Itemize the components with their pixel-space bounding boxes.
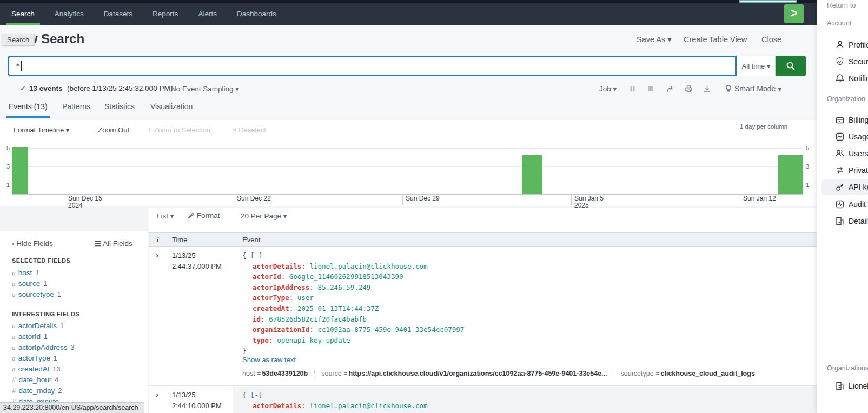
list-view-dropdown[interactable]: List ▾ xyxy=(157,211,174,220)
per-page-dropdown[interactable]: 20 Per Page ▾ xyxy=(241,211,287,220)
json-key[interactable]: actorType xyxy=(253,294,297,302)
hide-fields-button[interactable]: ‹ Hide Fields xyxy=(12,239,53,248)
field-source[interactable]: asource1 xyxy=(12,279,47,289)
export-icon[interactable] xyxy=(703,85,711,93)
json-key[interactable]: id xyxy=(253,315,269,323)
event-meta-row: host53de4339120b sourcehttps://api.click… xyxy=(242,370,755,377)
menu-item-organization-lionel[interactable]: Lionel xyxy=(817,381,868,392)
field-sourcetype[interactable]: asourcetype1 xyxy=(12,290,61,300)
menu-item-users[interactable]: Users xyxy=(817,148,868,160)
y-tick-left: 5 xyxy=(1,145,10,151)
gridline-1 xyxy=(12,185,803,185)
tab-visualization[interactable]: Visualization xyxy=(150,102,193,118)
wallet-icon xyxy=(835,115,845,125)
format-timeline-dropdown[interactable]: Format Timeline ▾ xyxy=(14,126,69,134)
timeline-scale-note: 1 day per column xyxy=(740,123,787,130)
tab-events[interactable]: Events (13) xyxy=(9,102,48,118)
smart-mode-dropdown[interactable]: Smart Mode ▾ xyxy=(734,84,781,93)
create-table-view-button[interactable]: Create Table View xyxy=(684,35,747,44)
field-date_mday[interactable]: #date_mday2 xyxy=(12,387,62,396)
all-fields-button[interactable]: All Fields xyxy=(95,239,132,248)
nav-item-datasets[interactable]: Datasets xyxy=(98,3,138,25)
menu-item-profile[interactable]: Profile xyxy=(817,39,868,51)
menu-item-notifications[interactable]: Notifications xyxy=(817,73,868,85)
field-actorType[interactable]: aactorType1 xyxy=(12,354,57,364)
x-tick-label: Sun Dec 152024 xyxy=(68,195,102,209)
close-button[interactable]: Close xyxy=(761,35,781,44)
chevron-down-icon: ▾ xyxy=(66,126,70,134)
field-actorIpAddress[interactable]: aactorIpAddress3 xyxy=(12,343,75,353)
histogram-bar[interactable] xyxy=(778,155,803,194)
json-key[interactable]: organizationId xyxy=(253,325,317,334)
field-actorDetails[interactable]: aactorDetails1 xyxy=(12,322,64,331)
return-to-link[interactable]: Return to xyxy=(827,1,868,9)
stop-icon[interactable] xyxy=(647,85,654,92)
time-range-picker[interactable]: All time ▾ xyxy=(737,56,776,76)
share-icon[interactable] xyxy=(666,85,674,93)
event-json: { [-] actorDetailslionel.palacin@clickho… xyxy=(242,390,428,411)
column-header-event: Event xyxy=(242,236,260,244)
organizations-section-header: Organizations xyxy=(827,364,868,372)
save-as-button[interactable]: Save As ▾ xyxy=(637,35,672,44)
json-value[interactable]: 2025-01-13T14:44:37Z xyxy=(297,304,379,312)
json-key[interactable]: actorDetails xyxy=(253,402,309,410)
json-key[interactable]: createdAt xyxy=(253,304,297,312)
tab-patterns[interactable]: Patterns xyxy=(62,102,90,118)
pause-icon[interactable] xyxy=(629,85,636,92)
json-value[interactable]: cc1092aa-8775-459e-9401-33e54ec07997 xyxy=(317,325,464,334)
print-icon[interactable] xyxy=(685,85,693,93)
nav-item-search[interactable]: Search xyxy=(6,3,40,25)
event-sampling-dropdown[interactable]: No Event Sampling ▾ xyxy=(171,84,239,93)
nav-item-dashboards[interactable]: Dashboards xyxy=(231,3,282,25)
tab-statistics[interactable]: Statistics xyxy=(104,102,135,118)
field-date_hour[interactable]: #date_hour4 xyxy=(12,376,58,385)
expand-event-arrow[interactable]: › xyxy=(156,390,158,399)
nav-item-analytics[interactable]: Analytics xyxy=(49,3,89,25)
json-key[interactable]: actorId xyxy=(253,272,289,281)
meta-host[interactable]: host53de4339120b xyxy=(242,370,308,377)
field-actorId[interactable]: aactorId1 xyxy=(12,332,48,342)
json-key[interactable]: actorIpAddress xyxy=(253,283,317,291)
y-tick-right: 3 xyxy=(806,163,814,170)
menu-item-security[interactable]: Security xyxy=(817,56,868,68)
menu-item-api-keys[interactable]: API keys xyxy=(817,182,868,194)
json-value[interactable]: 85.246.59.249 xyxy=(317,283,370,291)
expand-event-arrow[interactable]: › xyxy=(156,250,158,259)
json-value[interactable]: lionel.palacin@clickhouse.com xyxy=(309,402,427,410)
search-input[interactable]: * xyxy=(8,56,737,76)
active-tab-underline xyxy=(6,116,50,118)
histogram-bar[interactable] xyxy=(522,155,542,194)
nav-item-alerts[interactable]: Alerts xyxy=(193,3,222,25)
menu-item-audit[interactable]: Audit xyxy=(817,199,868,211)
x-tick-label: Sun Dec 22 xyxy=(237,195,271,202)
histogram-bar[interactable] xyxy=(12,147,28,194)
search-button[interactable] xyxy=(776,56,806,76)
field-createdAt[interactable]: acreatedAt13 xyxy=(12,365,60,375)
json-value[interactable]: 678526d582c1f20fac4babfb xyxy=(269,315,367,323)
json-value[interactable]: Google_114602629918513043390 xyxy=(289,272,403,281)
bell-icon xyxy=(835,74,845,83)
zoom-out-button[interactable]: − Zoom Out xyxy=(92,126,129,134)
json-value[interactable]: lionel.palacin@clickhouse.com xyxy=(309,262,427,270)
field-host[interactable]: ahost1 xyxy=(12,269,39,278)
json-key[interactable]: actorDetails xyxy=(253,262,309,270)
menu-item-billing[interactable]: Billing xyxy=(817,115,868,126)
gridline-5 xyxy=(12,148,803,149)
menu-item-private-endpoints[interactable]: Private endpoints xyxy=(817,165,868,177)
meta-sourcetype[interactable]: sourcetypeclickhouse_cloud_audit_logs xyxy=(614,370,755,377)
collapse-json-toggle[interactable]: [-] xyxy=(250,251,263,259)
format-results-button[interactable]: Format xyxy=(188,211,220,219)
nav-item-reports[interactable]: Reports xyxy=(147,3,183,25)
menu-item-usage[interactable]: Usage xyxy=(817,131,868,143)
menu-item-details[interactable]: Details xyxy=(817,216,868,228)
collapse-json-toggle[interactable]: [-] xyxy=(250,391,263,399)
json-value[interactable]: openapi_key_update xyxy=(277,336,350,344)
show-raw-text-link[interactable]: Show as raw text xyxy=(242,356,296,364)
splunk-logo[interactable]: > xyxy=(784,4,804,23)
json-key[interactable]: type xyxy=(253,336,277,344)
x-tick-label: Sun Jan 52025 xyxy=(574,195,604,209)
json-value[interactable]: user xyxy=(297,294,314,302)
meta-source[interactable]: sourcehttps://api.clickhouse.cloud/v1/or… xyxy=(314,370,607,377)
job-menu[interactable]: Job ▾ xyxy=(599,84,617,93)
interesting-fields-header: INTERESTING FIELDS xyxy=(12,311,79,317)
